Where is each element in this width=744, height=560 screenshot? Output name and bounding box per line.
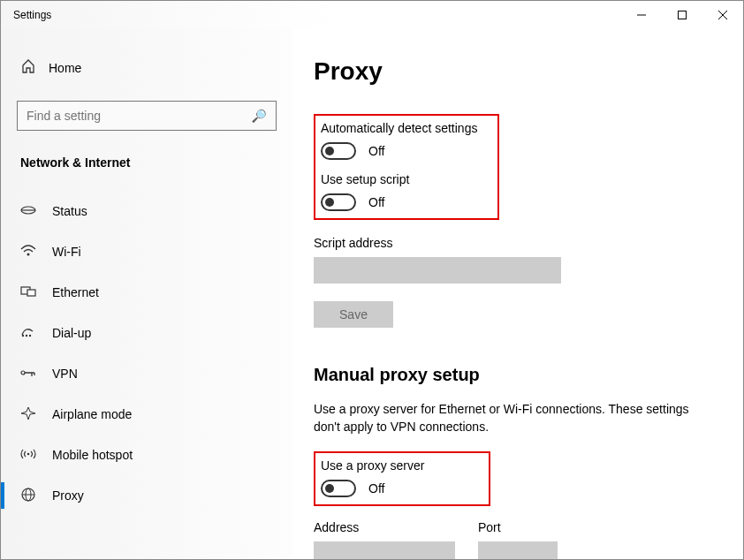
sidebar-item-wifi[interactable]: Wi-Fi (1, 231, 292, 272)
section-header: Network & Internet (1, 155, 292, 170)
save-button: Save (314, 301, 393, 328)
sidebar-item-label: Wi-Fi (52, 245, 81, 259)
setup-script-toggle[interactable] (321, 193, 356, 211)
auto-detect-label: Automatically detect settings (321, 121, 489, 135)
svg-point-12 (21, 371, 25, 375)
highlight-box-auto: Automatically detect settings Off Use se… (314, 114, 499, 220)
port-label: Port (478, 520, 558, 534)
script-address-input (314, 257, 561, 284)
wifi-icon (20, 245, 36, 260)
main-content: Proxy Automatically detect settings Off … (292, 29, 743, 559)
auto-detect-state: Off (368, 144, 384, 158)
sidebar-item-proxy[interactable]: Proxy (1, 475, 292, 516)
status-icon (20, 204, 36, 219)
home-icon (20, 59, 36, 76)
home-label: Home (49, 61, 81, 75)
window-title: Settings (1, 9, 51, 21)
svg-rect-8 (27, 290, 35, 296)
highlight-box-manual: Use a proxy server Off (314, 451, 490, 506)
sidebar-item-airplane[interactable]: Airplane mode (1, 394, 292, 435)
vpn-icon (20, 367, 36, 382)
use-proxy-toggle[interactable] (321, 480, 356, 497)
setup-script-state: Off (368, 195, 384, 209)
use-proxy-label: Use a proxy server (321, 458, 480, 473)
minimize-icon (637, 11, 646, 19)
svg-rect-1 (679, 11, 687, 19)
hotspot-icon (20, 447, 36, 464)
svg-point-13 (27, 452, 30, 455)
proxy-icon (20, 488, 36, 504)
maximize-icon (678, 11, 687, 19)
sidebar-item-label: Mobile hotspot (52, 448, 133, 462)
port-input (478, 541, 558, 559)
setup-script-label: Use setup script (321, 172, 489, 186)
sidebar-item-label: VPN (52, 367, 78, 381)
sidebar-item-label: Proxy (52, 488, 84, 503)
sidebar-item-ethernet[interactable]: Ethernet (1, 272, 292, 313)
use-proxy-state: Off (368, 481, 384, 496)
search-box[interactable]: 🔍 (17, 101, 277, 131)
home-nav[interactable]: Home (1, 54, 292, 81)
search-icon: 🔍 (252, 109, 267, 123)
auto-detect-toggle[interactable] (321, 142, 356, 160)
address-label: Address (314, 520, 455, 534)
dialup-icon (20, 326, 36, 341)
sidebar-item-status[interactable]: Status (1, 191, 292, 231)
close-button[interactable] (702, 1, 743, 29)
sidebar-item-label: Status (52, 204, 87, 218)
svg-point-10 (26, 334, 27, 336)
sidebar-item-label: Airplane mode (52, 407, 132, 421)
address-input (314, 541, 455, 559)
close-icon (718, 11, 727, 19)
sidebar-item-label: Dial-up (52, 326, 91, 340)
maximize-button[interactable] (662, 1, 702, 29)
manual-header: Manual proxy setup (314, 365, 718, 385)
manual-description: Use a proxy server for Ethernet or Wi-Fi… (314, 401, 711, 435)
sidebar-item-label: Ethernet (52, 285, 99, 299)
svg-point-11 (29, 334, 31, 336)
sidebar-item-hotspot[interactable]: Mobile hotspot (1, 435, 292, 475)
svg-point-6 (27, 253, 30, 255)
svg-point-9 (22, 334, 24, 336)
page-title: Proxy (314, 57, 718, 86)
titlebar: Settings (1, 1, 743, 29)
ethernet-icon (20, 285, 36, 300)
sidebar-item-dialup[interactable]: Dial-up (1, 313, 292, 353)
sidebar-item-vpn[interactable]: VPN (1, 353, 292, 394)
minimize-button[interactable] (621, 1, 662, 29)
search-input[interactable] (27, 109, 252, 123)
script-address-label: Script address (314, 236, 718, 250)
airplane-icon (20, 406, 36, 423)
sidebar: Home 🔍 Network & Internet Status Wi-Fi E… (1, 29, 292, 559)
